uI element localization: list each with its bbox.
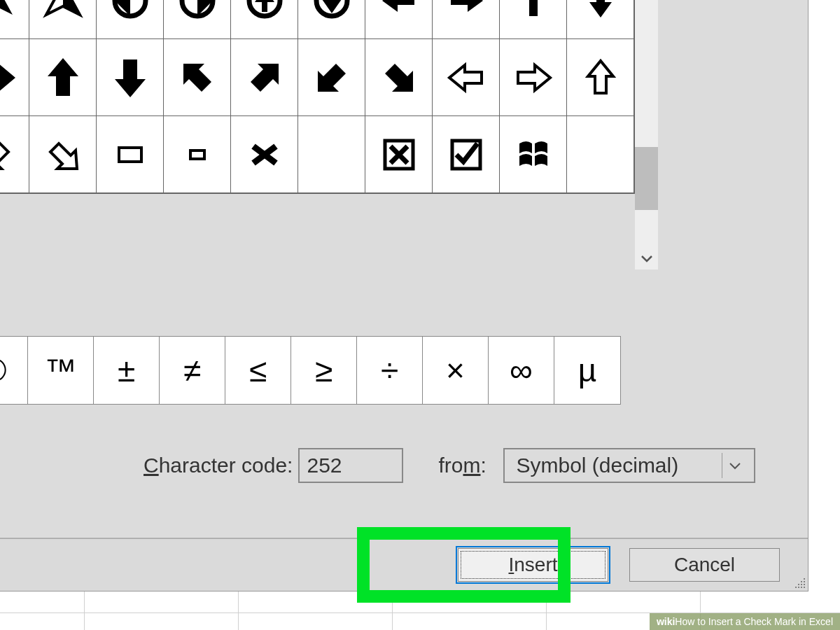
symbol-cell-check-box[interactable]	[433, 116, 500, 193]
arrow-diag-ne-icon	[244, 57, 286, 99]
scrollbar-thumb[interactable]	[635, 147, 658, 210]
svg-rect-12	[190, 150, 204, 159]
check-box-icon	[445, 134, 487, 176]
rect-small-icon	[176, 134, 218, 176]
symbol-cell-rect-outline[interactable]	[97, 116, 164, 193]
symbol-cell-arrow-diag-ne[interactable]	[231, 39, 298, 116]
symbol-cell-arrow-diag-nw[interactable]	[164, 39, 231, 116]
symbol-cell-arrow-circle-right-half[interactable]	[164, 0, 231, 39]
recent-symbol-9[interactable]: µ	[554, 337, 620, 404]
recent-symbol-4[interactable]: ≤	[225, 337, 291, 404]
svg-marker-0	[0, 0, 13, 15]
symbol-grid-scrollbar[interactable]	[635, 0, 658, 270]
symbol-cell-arrow-circle-down[interactable]	[298, 0, 365, 39]
svg-rect-11	[119, 148, 141, 162]
from-dropdown-value: Symbol (decimal)	[516, 454, 678, 477]
symbol-dialog: ®™±≠≤≥÷×∞µ Character code: 252 from: Sym…	[0, 0, 808, 592]
blank-icon	[580, 134, 622, 176]
symbol-cell-arrow-left-outline[interactable]	[433, 39, 500, 116]
symbol-cell-arrow-diag-se[interactable]	[365, 39, 433, 116]
character-code-label: Character code:	[144, 454, 293, 477]
symbol-cell-arrow-down[interactable]	[567, 0, 634, 39]
windows-logo-icon	[512, 134, 554, 176]
rect-outline-icon	[109, 134, 151, 176]
symbol-grid	[0, 0, 635, 194]
scrollbar-down-button[interactable]	[635, 246, 658, 270]
recently-used-row: ®™±≠≤≥÷×∞µ	[0, 336, 621, 405]
character-code-input[interactable]: 252	[298, 448, 403, 483]
recent-symbol-0[interactable]: ®	[0, 337, 28, 404]
arrow-diag-se-outline-icon	[42, 134, 84, 176]
character-code-row: Character code: 252 from: Symbol (decima…	[144, 448, 755, 483]
nw-filled-cursor-icon	[0, 0, 17, 22]
arrow-diag-sw-outline-icon	[0, 134, 17, 176]
symbol-cell-arrow-up-outline[interactable]	[567, 39, 634, 116]
arrow-down-bold-icon	[109, 57, 151, 99]
dialog-button-bar: Insert Cancel	[0, 538, 808, 591]
symbol-cell-arrow-diag-sw[interactable]	[298, 39, 365, 116]
arrow-right-bold-icon	[0, 57, 17, 99]
arrow-circle-left-half-icon	[109, 0, 151, 22]
arrow-diag-sw-icon	[311, 57, 353, 99]
symbol-cell-arrow-up-bold[interactable]	[29, 39, 97, 116]
symbol-cell-arrow-right-bold[interactable]	[0, 39, 29, 116]
from-label: from:	[438, 454, 486, 477]
recent-symbol-1[interactable]: ™	[28, 337, 94, 404]
symbol-cell-arrow-left[interactable]	[365, 0, 433, 39]
symbol-cell-rect-small[interactable]	[164, 116, 231, 193]
svg-marker-10	[322, 0, 342, 13]
symbol-cell-nw-outline-cursor[interactable]	[29, 0, 97, 39]
recent-symbol-6[interactable]: ÷	[357, 337, 423, 404]
recent-symbol-2[interactable]: ±	[94, 337, 160, 404]
symbol-cell-arrow-diag-sw-outline[interactable]	[0, 116, 29, 193]
symbol-cell-blank[interactable]	[567, 116, 634, 193]
arrow-circle-down-icon	[311, 0, 353, 22]
symbol-cell-arrow-diag-se-outline[interactable]	[29, 116, 97, 193]
resize-grip[interactable]	[794, 577, 806, 589]
arrow-left-icon	[378, 0, 420, 22]
x-mark-icon	[244, 134, 286, 176]
symbol-cell-arrow-down-bold[interactable]	[97, 39, 164, 116]
arrow-down-icon	[580, 0, 622, 22]
symbol-cell-arrow-up[interactable]	[500, 0, 567, 39]
from-dropdown[interactable]: Symbol (decimal)	[503, 448, 755, 483]
arrow-left-outline-icon	[445, 57, 487, 99]
symbol-cell-nw-filled-cursor[interactable]	[0, 0, 29, 39]
symbol-cell-check[interactable]	[298, 116, 365, 193]
arrow-diag-se-icon	[378, 57, 420, 99]
arrow-up-bold-icon	[42, 57, 84, 99]
arrow-diag-nw-icon	[176, 57, 218, 99]
symbol-cell-arrow-circle-left-half[interactable]	[97, 0, 164, 39]
dialog-body: ®™±≠≤≥÷×∞µ Character code: 252 from: Sym…	[0, 0, 808, 538]
symbol-cell-x-mark[interactable]	[231, 116, 298, 193]
arrow-right-outline-icon	[512, 57, 554, 99]
nw-outline-cursor-icon	[42, 0, 84, 22]
watermark: wikiHow to Insert a Check Mark in Excel	[650, 613, 840, 630]
recent-symbol-5[interactable]: ≥	[291, 337, 357, 404]
check-icon	[311, 134, 353, 176]
arrow-circle-up-icon	[244, 0, 286, 22]
insert-button[interactable]: Insert	[458, 548, 608, 582]
arrow-up-outline-icon	[580, 57, 622, 99]
symbol-cell-arrow-circle-up[interactable]	[231, 0, 298, 39]
x-box-icon	[378, 134, 420, 176]
symbol-cell-arrow-right[interactable]	[433, 0, 500, 39]
symbol-cell-windows-logo[interactable]	[500, 116, 567, 193]
arrow-circle-right-half-icon	[176, 0, 218, 22]
arrow-right-icon	[445, 0, 487, 22]
symbol-cell-arrow-right-outline[interactable]	[500, 39, 567, 116]
symbol-cell-x-box[interactable]	[365, 116, 433, 193]
recent-symbol-8[interactable]: ∞	[489, 337, 554, 404]
chevron-down-icon[interactable]	[722, 453, 747, 478]
recent-symbol-7[interactable]: ×	[423, 337, 489, 404]
cancel-button[interactable]: Cancel	[629, 548, 780, 582]
arrow-up-icon	[512, 0, 554, 22]
recent-symbol-3[interactable]: ≠	[160, 337, 225, 404]
